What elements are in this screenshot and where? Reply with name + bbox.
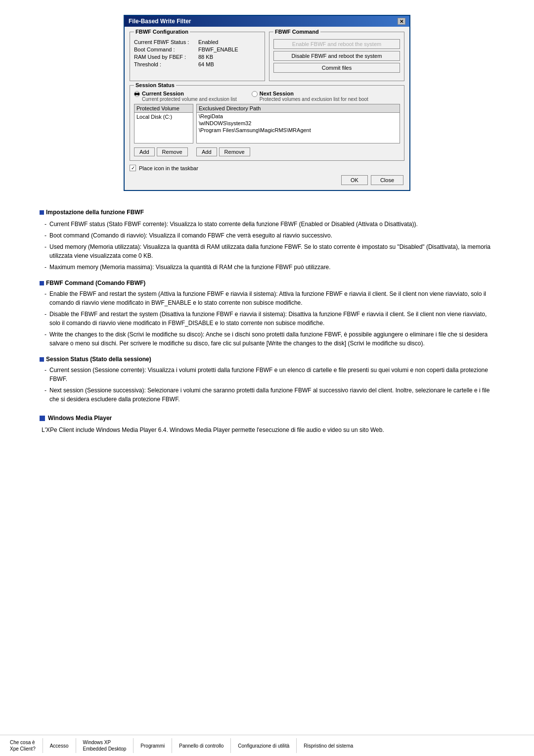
current-session-radio-circle <box>134 91 140 97</box>
dialog-close-button[interactable]: Close <box>371 175 403 185</box>
windows-media-section: Windows Media Player L'XPe Client includ… <box>40 414 494 434</box>
fbwf-dialog: File-Based Write Filter ✕ FBWF Configura… <box>124 15 410 191</box>
footer-nav-item-6[interactable]: Rispristino del sistema <box>298 742 359 750</box>
footer-nav-sep-4 <box>230 738 231 753</box>
windows-media-title: Windows Media Player <box>48 414 112 423</box>
config-row-2: RAM Used by FBEF : 88 KB <box>134 54 261 60</box>
bullet-icon-0 <box>40 210 44 215</box>
fbwf-command-title: FBWF Command <box>273 29 320 35</box>
windows-media-bullet <box>40 416 45 421</box>
commit-files-button[interactable]: Commit files <box>273 63 400 73</box>
add-protected-button[interactable]: Add <box>134 147 155 156</box>
main-content: Impostazione della funzione FBWF Current… <box>0 208 534 434</box>
section-title-0: Impostazione della funzione FBWF <box>46 208 144 217</box>
footer-nav-line2-0: Xpe Client? <box>10 746 36 752</box>
add-exclusion-button[interactable]: Add <box>196 147 217 156</box>
config-row-1: Boot Command : FBWF_ENABLE <box>134 47 261 52</box>
current-session-radio[interactable]: Current Session Current protected volume… <box>134 91 237 102</box>
exclusion-item-2[interactable]: \Program Files\Samsung\MagicRMS\MRAgent <box>197 127 400 134</box>
config-row-3: Threshold : 64 MB <box>134 61 261 67</box>
list-item-0-2: Used memory (Memoria utilizzata): Visual… <box>44 242 494 260</box>
footer-nav-item-0[interactable]: Che cosa è Xpe Client? <box>10 738 42 753</box>
session-status-group: Session Status Current Session Current p… <box>130 85 404 161</box>
exclusion-list-header: Exclusived Directory Path <box>197 104 400 113</box>
remove-protected-button[interactable]: Remove <box>157 147 188 156</box>
current-session-label: Current Session <box>142 91 237 96</box>
exclusion-btn-row: Add Remove <box>196 147 400 156</box>
protected-volume-btn-row: Add Remove <box>134 147 193 156</box>
footer-nav-item-5[interactable]: Configurazione di utilità <box>232 742 295 750</box>
next-session-radio[interactable]: Next Session Protected volumes and exclu… <box>252 91 368 102</box>
config-label-2: RAM Used by FBEF : <box>134 54 198 60</box>
taskbar-row: ✓ Place icon in the taskbar <box>130 165 404 171</box>
protected-volume-section: Protected Volume Local Disk (C:) Add Rem… <box>134 104 193 156</box>
bullet-icon-1 <box>40 281 44 285</box>
next-session-label: Next Session <box>260 91 368 96</box>
exclusion-list: Exclusived Directory Path \RegiData \wIN… <box>196 104 400 143</box>
windows-media-heading: Windows Media Player <box>40 414 494 423</box>
footer-nav-line2-2: Embedded Desktop <box>83 746 127 752</box>
list-item-0-1: Boot command (Comando di riavvio): Visua… <box>44 231 494 240</box>
protected-volume-item-0[interactable]: Local Disk (C:) <box>134 113 193 121</box>
exclusion-item-0[interactable]: \RegiData <box>197 113 400 120</box>
config-label-0: Current FBWF Status : <box>134 39 198 45</box>
dialog-titlebar: File-Based Write Filter ✕ <box>125 16 409 27</box>
config-row-0: Current FBWF Status : Enabled <box>134 39 261 45</box>
footer-nav-item-3[interactable]: Programmi <box>134 742 171 750</box>
current-session-sublabel: Current protected volume and exclusion l… <box>142 96 237 102</box>
remove-exclusion-button[interactable]: Remove <box>219 147 250 156</box>
list-item-2-0: Current session (Sessione corrente): Vis… <box>44 366 494 383</box>
dialog-ok-row: OK Close <box>130 175 404 185</box>
section-title-1: FBWF Command (Comando FBWF) <box>46 279 145 287</box>
next-session-sublabel: Protected volumes and exclusion list for… <box>260 96 368 102</box>
footer-nav-label-3: Programmi <box>140 743 165 749</box>
config-label-3: Threshold : <box>134 61 198 67</box>
section-heading-1: FBWF Command (Comando FBWF) <box>40 279 494 287</box>
ok-button[interactable]: OK <box>341 175 368 185</box>
session-status-title: Session Status <box>134 82 176 88</box>
top-group-row: FBWF Configuration Current FBWF Status :… <box>130 32 404 81</box>
section-list-0: Current FBWF status (Stato FBWF corrente… <box>40 220 494 272</box>
footer-nav-item-2[interactable]: Windows XP Embedded Desktop <box>77 738 133 753</box>
taskbar-label: Place icon in the taskbar <box>139 165 198 171</box>
exclusion-item-1[interactable]: \wINDOWS\system32 <box>197 120 400 127</box>
fbwf-config-group: FBWF Configuration Current FBWF Status :… <box>130 32 265 81</box>
config-label-1: Boot Command : <box>134 47 198 52</box>
config-rows: Current FBWF Status : Enabled Boot Comma… <box>134 39 261 67</box>
footer-nav-sep-0 <box>43 738 43 753</box>
section-list-2: Current session (Sessione corrente): Vis… <box>40 366 494 404</box>
exclusion-section: Exclusived Directory Path \RegiData \wIN… <box>196 104 400 156</box>
config-value-0: Enabled <box>198 39 218 45</box>
footer-nav-item-1[interactable]: Accesso <box>44 742 75 750</box>
protected-volume-list: Protected Volume Local Disk (C:) <box>134 104 193 143</box>
footer-nav-sep-3 <box>172 738 172 753</box>
session-table-area: Protected Volume Local Disk (C:) Add Rem… <box>134 104 400 156</box>
dialog-title: File-Based Write Filter <box>129 18 191 25</box>
protected-volume-header: Protected Volume <box>134 104 193 113</box>
dialog-body: FBWF Configuration Current FBWF Status :… <box>125 27 409 190</box>
disable-fbwf-button[interactable]: Disable FBWF and reboot the system <box>273 51 400 61</box>
footer-nav-label-5: Configurazione di utilità <box>238 743 289 749</box>
list-item-1-1: Disable the FBWF and restart the system … <box>44 310 494 328</box>
next-session-label-block: Next Session Protected volumes and exclu… <box>260 91 368 102</box>
current-session-label-block: Current Session Current protected volume… <box>142 91 237 102</box>
footer-nav-line1-0: Che cosa è <box>10 739 36 746</box>
footer-nav-label-1: Accesso <box>50 743 69 749</box>
list-item-1-2: Write the changes to the disk (Scrivi le… <box>44 330 494 348</box>
section-list-1: Enable the FBWF and restart the system (… <box>40 289 494 348</box>
fbwf-command-group: FBWF Command Enable FBWF and reboot the … <box>269 32 404 81</box>
fbwf-config-title: FBWF Configuration <box>134 29 190 35</box>
close-icon[interactable]: ✕ <box>398 18 405 25</box>
footer-nav-sep-1 <box>76 738 76 753</box>
section-title-2: Session Status (Stato della sessione) <box>46 355 151 364</box>
enable-fbwf-button[interactable]: Enable FBWF and reboot the system <box>273 39 400 49</box>
next-session-radio-circle <box>252 91 258 97</box>
config-value-1: FBWF_ENABLE <box>198 47 238 52</box>
section-heading-0: Impostazione della funzione FBWF <box>40 208 494 217</box>
taskbar-checkbox[interactable]: ✓ <box>130 165 136 171</box>
footer-nav: Che cosa è Xpe Client? Accesso Windows X… <box>0 735 534 756</box>
list-item-2-1: Next session (Sessione successiva): Sele… <box>44 386 494 404</box>
bullet-icon-2 <box>40 357 44 362</box>
footer-nav-item-4[interactable]: Pannello di controllo <box>173 742 229 750</box>
session-radios: Current Session Current protected volume… <box>134 91 400 102</box>
